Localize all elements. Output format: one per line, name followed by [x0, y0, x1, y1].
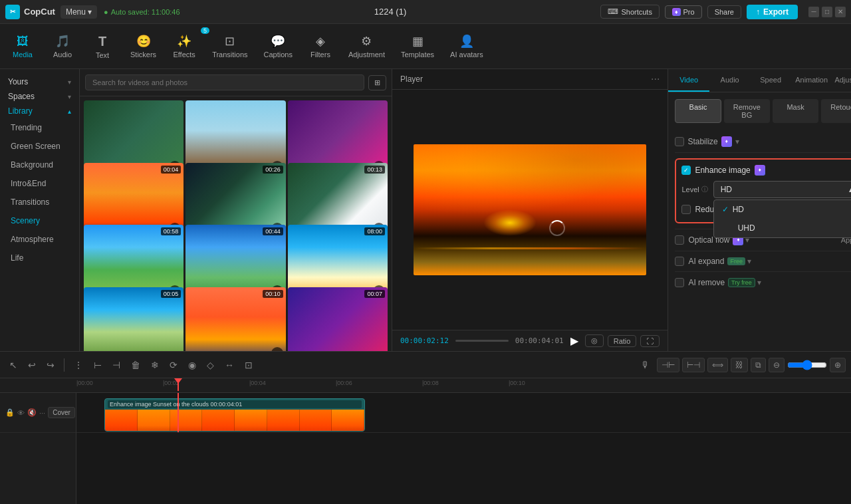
level-select-button[interactable]: HD ▴	[713, 181, 851, 198]
select-tool-button[interactable]: ↖	[5, 357, 21, 373]
mute-icon[interactable]: 🔇	[27, 408, 37, 417]
timeline-ruler: |00:00 |00:02 |00:04 |00:06 |00:08 |00:1…	[0, 378, 851, 393]
sub-tab-retouch[interactable]: Retouch	[821, 99, 851, 123]
ai-expand-chevron-icon[interactable]: ▾	[747, 257, 751, 266]
sidebar-item-trending[interactable]: Trending	[3, 119, 76, 136]
optical-checkbox[interactable]	[675, 235, 684, 245]
duration-badge: 00:58	[161, 227, 182, 235]
adjustment-label: Adjustment	[348, 51, 385, 59]
dropdown-item-hd[interactable]: ✓ HD	[714, 200, 851, 219]
media-thumb-10[interactable]: 00:05	[84, 287, 183, 352]
level-info-icon[interactable]: ⓘ	[701, 185, 708, 194]
eye-icon[interactable]: 👁	[17, 409, 25, 417]
share-button[interactable]: Share	[707, 5, 741, 19]
player-title: Player	[400, 74, 423, 84]
redo-button[interactable]: ↪	[43, 357, 59, 373]
dropdown-item-uhd[interactable]: UHD	[714, 219, 851, 237]
link-btn[interactable]: ⛓	[731, 358, 748, 372]
ripple-btn[interactable]: ⟺	[707, 358, 728, 372]
delete-button[interactable]: 🗑	[127, 357, 144, 373]
split-clip-btn[interactable]: ⊣⊢	[657, 358, 679, 372]
auto-caption-button[interactable]: ◉	[184, 357, 200, 373]
undo-button[interactable]: ↩	[24, 357, 40, 373]
tool-effects[interactable]: ✨ Effects 5	[164, 30, 204, 63]
trim-start-button[interactable]: ⊢	[90, 357, 106, 373]
stabilize-chevron-icon[interactable]: ▾	[735, 137, 739, 146]
tool-adjustment[interactable]: ⚙ Adjustment	[340, 30, 393, 63]
mini-timeline[interactable]	[455, 340, 509, 342]
ai-remove-row: AI remove Try free ▾ ↺	[675, 271, 851, 293]
freeze-button[interactable]: ❄	[147, 357, 163, 373]
split-button[interactable]: ⋮	[70, 357, 87, 373]
sidebar-item-atmosphere[interactable]: Atmosphere	[3, 231, 76, 248]
tool-filters[interactable]: ◈ Filters	[301, 30, 340, 63]
zoom-out-btn[interactable]: ⊖	[769, 358, 785, 372]
filter-button[interactable]: ⊞	[368, 75, 386, 90]
minimize-button[interactable]: ─	[808, 7, 819, 17]
spaces-selector[interactable]: Spaces ▾	[0, 89, 79, 104]
fit-btn[interactable]: ⊕	[830, 358, 846, 372]
tab-animation[interactable]: Animation	[791, 69, 832, 92]
tab-speed[interactable]: Speed	[750, 69, 791, 92]
tool-stickers[interactable]: 😊 Stickers	[122, 30, 164, 63]
ai-remove-checkbox[interactable]	[675, 278, 684, 287]
yours-selector[interactable]: Yours ▾	[0, 74, 79, 89]
zoom-slider[interactable]	[787, 360, 827, 370]
more-icon[interactable]: ···	[39, 409, 45, 417]
maximize-button[interactable]: □	[822, 7, 832, 17]
frame-2	[138, 410, 170, 432]
tool-text[interactable]: T Text	[82, 30, 122, 63]
ai-remove-chevron-icon[interactable]: ▾	[757, 278, 761, 287]
loop-button[interactable]: ⟳	[166, 357, 182, 373]
crop-button[interactable]: ⊡	[241, 357, 257, 373]
sidebar-item-transitions[interactable]: Transitions	[3, 193, 76, 211]
close-button[interactable]: ✕	[835, 7, 846, 17]
tool-ai-avatars[interactable]: 👤 AI avatars	[442, 30, 491, 63]
tab-adjustment[interactable]: Adjustme...	[832, 69, 851, 92]
sidebar-item-green-screen[interactable]: Green Screen	[3, 138, 76, 155]
search-input[interactable]	[85, 74, 364, 90]
trim-end-button[interactable]: ⊣	[108, 357, 124, 373]
fullscreen-button[interactable]: ⛶	[640, 335, 660, 347]
cover-button[interactable]: Cover	[48, 407, 75, 418]
reduce-checkbox[interactable]	[681, 205, 691, 214]
tool-captions[interactable]: 💬 Captions	[256, 30, 301, 63]
tool-media[interactable]: 🖼 Media	[3, 31, 43, 63]
player-area: Player ··· 00:00:02:12 00:00:04:01 ▶ ◎	[392, 69, 668, 351]
sidebar-item-scenery[interactable]: Scenery	[3, 212, 76, 229]
stabilize-checkbox[interactable]	[675, 137, 684, 146]
library-selector[interactable]: Library ▴	[0, 104, 79, 118]
sidebar-item-life[interactable]: Life	[3, 249, 76, 267]
lock-icon[interactable]: 🔒	[5, 408, 15, 417]
tool-audio[interactable]: 🎵 Audio	[43, 30, 82, 63]
copy-btn[interactable]: ⧉	[751, 358, 766, 372]
keyframe-button[interactable]: ◇	[203, 357, 218, 373]
sub-tab-mask[interactable]: Mask	[773, 99, 818, 123]
menu-button[interactable]: Menu ▾	[61, 5, 97, 19]
video-clip[interactable]: Enhance image Sunset on the clouds 00:00…	[104, 398, 365, 432]
enhance-checkbox[interactable]	[681, 166, 691, 175]
shortcuts-button[interactable]: ⌨ Shortcuts	[600, 5, 659, 19]
tab-audio[interactable]: Audio	[709, 69, 751, 92]
sub-tab-remove-bg[interactable]: Remove BG	[724, 99, 770, 123]
sidebar-item-background[interactable]: Background	[3, 156, 76, 174]
ai-expand-checkbox[interactable]	[675, 257, 684, 266]
media-thumb-11[interactable]: 00:10 ↓	[185, 287, 285, 352]
tool-transitions[interactable]: ⊡ Transitions	[204, 30, 255, 63]
sub-tab-basic[interactable]: Basic	[675, 99, 721, 123]
player-menu-button[interactable]: ···	[651, 73, 660, 85]
pro-button[interactable]: ♦ Pro	[665, 5, 702, 19]
tab-video[interactable]: Video	[668, 69, 709, 92]
merge-btn[interactable]: ⊢⊣	[682, 358, 705, 372]
face-detection-button[interactable]: ◎	[585, 334, 604, 347]
sidebar-item-intro-end[interactable]: Intro&End	[3, 175, 76, 192]
transform-button[interactable]: ↔	[221, 357, 238, 373]
media-thumb-12[interactable]: 00:07	[288, 287, 388, 352]
mic-button[interactable]: 🎙	[637, 357, 654, 373]
ratio-button[interactable]: Ratio	[608, 335, 637, 347]
tool-templates[interactable]: ▦ Templates	[393, 30, 442, 63]
level-row: Level ⓘ HD ▴ ✓ HD	[681, 181, 851, 198]
media-panel: ⊞ ↓ ↓ ↓ 00:04 ↓ 00:2	[80, 69, 392, 351]
export-button[interactable]: ↑ Export	[747, 5, 798, 19]
play-button[interactable]: ▶	[570, 334, 578, 347]
